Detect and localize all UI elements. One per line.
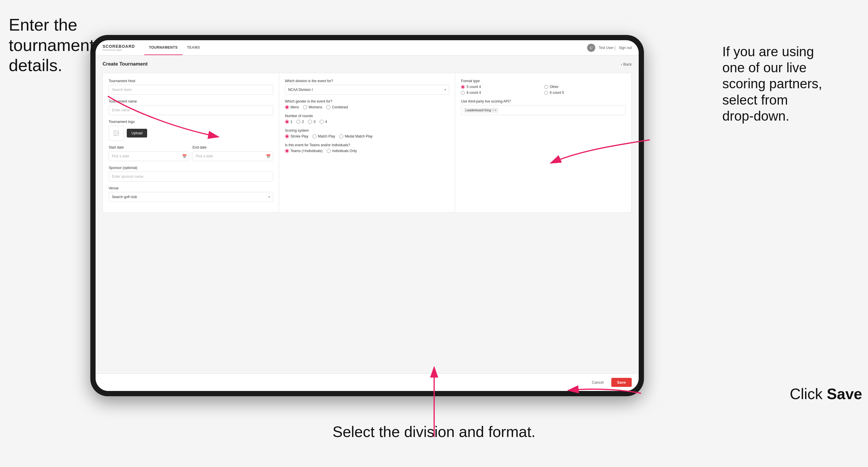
end-date-group: End date 📅 <box>193 145 273 161</box>
sponsor-label: Sponsor (optional) <box>109 166 273 170</box>
start-date-calendar-icon: 📅 <box>182 154 187 158</box>
teams-plus-label: Teams (+Individuals) <box>290 149 322 153</box>
end-date-calendar-icon: 📅 <box>266 154 271 158</box>
save-button[interactable]: Save <box>611 378 632 387</box>
format-6count4[interactable]: 6 count 4 <box>461 91 542 95</box>
end-date-label: End date <box>193 145 273 150</box>
format-other[interactable]: Other <box>544 85 626 89</box>
teams-individuals-radio[interactable] <box>327 149 331 153</box>
start-date-wrapper: 📅 <box>109 151 189 161</box>
sponsor-group: Sponsor (optional) <box>109 166 273 182</box>
round-1[interactable]: 1 <box>285 120 292 124</box>
rounds-radio-group: 1 2 3 <box>285 120 449 124</box>
dates-group: Start date 📅 End date <box>109 145 273 161</box>
cancel-button[interactable]: Cancel <box>587 378 608 387</box>
sponsor-input[interactable] <box>109 172 273 182</box>
gender-mens[interactable]: Mens <box>285 105 299 109</box>
app-container: SCOREBOARD Powered by clippit TOURNAMENT… <box>96 40 639 391</box>
start-date-group: Start date 📅 <box>109 145 189 161</box>
teams-radio-group: Teams (+Individuals) Individuals Only <box>285 149 449 153</box>
gender-label: Which gender is the event for? <box>285 99 449 103</box>
venue-label: Venue <box>109 186 273 190</box>
scoring-medal-radio[interactable] <box>339 134 343 138</box>
round-3[interactable]: 3 <box>308 120 315 124</box>
round-1-radio[interactable] <box>285 120 289 124</box>
gender-womens-radio[interactable] <box>303 105 307 109</box>
round-4[interactable]: 4 <box>320 120 327 124</box>
tab-tournaments[interactable]: TOURNAMENTS <box>144 40 182 55</box>
division-label: Which division is the event for? <box>285 79 449 83</box>
tournament-host-input[interactable] <box>109 85 273 95</box>
round-4-label: 4 <box>325 120 327 124</box>
brand-name: SCOREBOARD <box>102 44 135 49</box>
api-label: Use third-party live scoring API? <box>461 99 626 103</box>
main-content: Create Tournament ‹ Back Tournament Host… <box>96 55 639 373</box>
venue-select[interactable]: Search golf club <box>109 192 273 202</box>
gender-combined-label: Combined <box>332 105 348 109</box>
api-tag-close[interactable]: × ▾ <box>492 108 496 112</box>
round-2[interactable]: 2 <box>296 120 304 124</box>
app-header: SCOREBOARD Powered by clippit TOURNAMENT… <box>96 40 639 55</box>
end-date-input[interactable] <box>193 151 273 161</box>
teams-individuals-label: Individuals Only <box>332 149 357 153</box>
gender-combined[interactable]: Combined <box>326 105 348 109</box>
scoring-medal-label: Medal Match Play <box>345 134 372 138</box>
upload-button[interactable]: Upload <box>127 129 147 137</box>
round-3-radio[interactable] <box>308 120 312 124</box>
start-date-input[interactable] <box>109 151 189 161</box>
round-2-radio[interactable] <box>296 120 301 124</box>
date-row: Start date 📅 End date <box>109 145 273 161</box>
format-5count4-radio[interactable] <box>461 85 465 89</box>
teams-plus[interactable]: Teams (+Individuals) <box>285 149 322 153</box>
teams-label: Is this event for Teams and/or Individua… <box>285 143 449 147</box>
back-link[interactable]: ‹ Back <box>621 62 632 66</box>
end-date-wrapper: 📅 <box>193 151 273 161</box>
venue-select-wrapper: Search golf club <box>109 192 273 202</box>
annotation-top-right: If you are usingone of our livescoring p… <box>722 44 862 124</box>
format-6count5[interactable]: 6 count 5 <box>544 91 626 95</box>
create-tournament-form: Tournament Host Tournament name Tourname… <box>102 73 632 213</box>
format-6count5-radio[interactable] <box>544 91 548 95</box>
format-type-label: Format type <box>461 79 626 83</box>
tournament-host-label: Tournament Host <box>109 79 273 83</box>
gender-womens[interactable]: Womens <box>303 105 322 109</box>
tournament-host-group: Tournament Host <box>109 79 273 95</box>
scoring-stroke[interactable]: Stroke Play <box>285 134 308 138</box>
scoring-stroke-label: Stroke Play <box>290 134 308 138</box>
teams-plus-radio[interactable] <box>285 149 289 153</box>
scoring-match-radio[interactable] <box>312 134 316 138</box>
format-5count4[interactable]: 5 count 4 <box>461 85 542 89</box>
division-select[interactable]: NCAA Division I NCAA Division II NCAA Di… <box>285 85 449 95</box>
format-6count4-label: 6 count 4 <box>466 91 481 95</box>
gender-mens-label: Mens <box>290 105 299 109</box>
teams-individuals[interactable]: Individuals Only <box>327 149 357 153</box>
api-tag-value: Leaderboard King <box>465 108 491 112</box>
round-4-radio[interactable] <box>320 120 324 124</box>
tournament-name-input[interactable] <box>109 105 273 115</box>
tablet-frame: SCOREBOARD Powered by clippit TOURNAMENT… <box>90 35 644 396</box>
format-5count4-label: 5 count 4 <box>466 85 481 89</box>
gender-womens-label: Womens <box>309 105 322 109</box>
tournament-logo-label: Tournament logo <box>109 120 273 124</box>
annotation-top-left: Enter thetournamentdetails. <box>9 14 94 75</box>
gender-mens-radio[interactable] <box>285 105 289 109</box>
format-other-label: Other <box>550 85 559 89</box>
format-other-radio[interactable] <box>544 85 548 89</box>
round-1-label: 1 <box>290 120 292 124</box>
gender-group: Which gender is the event for? Mens Wome… <box>285 99 449 109</box>
tab-teams[interactable]: TEAMS <box>182 40 205 55</box>
brand: SCOREBOARD Powered by clippit <box>102 44 135 51</box>
scoring-medal[interactable]: Medal Match Play <box>339 134 372 138</box>
api-select-tag[interactable]: Leaderboard King × ▾ <box>461 105 626 115</box>
scoring-match-label: Match Play <box>318 134 335 138</box>
gender-radio-group: Mens Womens Combined <box>285 105 449 109</box>
scoring-stroke-radio[interactable] <box>285 134 289 138</box>
format-6count5-label: 6 count 5 <box>550 91 564 95</box>
format-6count4-radio[interactable] <box>461 91 465 95</box>
api-tag: Leaderboard King × ▾ <box>464 108 498 113</box>
scoring-match[interactable]: Match Play <box>312 134 335 138</box>
sign-out-link[interactable]: Sign out <box>619 46 632 50</box>
form-col-1: Tournament Host Tournament name Tourname… <box>103 73 279 212</box>
division-select-wrapper: NCAA Division I NCAA Division II NCAA Di… <box>285 85 449 95</box>
gender-combined-radio[interactable] <box>326 105 331 109</box>
